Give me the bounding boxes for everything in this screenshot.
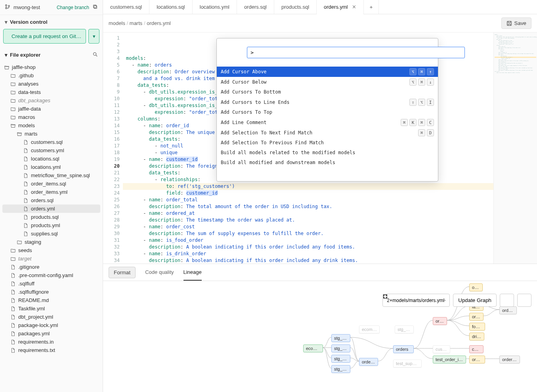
lineage-node[interactable]: drin… <box>469 333 484 340</box>
tree-folder[interactable]: staging <box>2 238 100 246</box>
panel-tab[interactable]: Lineage <box>183 264 202 281</box>
tree-folder[interactable]: marts <box>2 130 100 138</box>
search-icon[interactable] <box>92 52 98 58</box>
file-explorer-header[interactable]: ▾ File explorer <box>0 48 103 62</box>
command-palette-item[interactable]: Build all models related to the modified… <box>217 148 438 158</box>
lineage-node[interactable]: test_order_it… <box>433 356 466 363</box>
file-icon <box>23 156 29 162</box>
tree-folder[interactable]: seeds <box>2 246 100 254</box>
tree-label: README.md <box>18 297 49 303</box>
lineage-node[interactable]: stg_… <box>331 344 350 352</box>
lineage-node[interactable]: ord… <box>469 313 483 321</box>
tree-label: data-tests <box>18 89 41 95</box>
lineage-node[interactable]: orde… <box>359 358 378 366</box>
lineage-node[interactable]: ecom.… <box>303 344 323 352</box>
tree-file[interactable]: orders.sql <box>2 196 100 205</box>
command-palette-item[interactable]: Add Cursors To Top <box>217 107 438 117</box>
lineage-node[interactable]: stg_… <box>331 355 350 363</box>
update-graph-button[interactable]: Update Graph <box>453 294 497 307</box>
create-pr-button[interactable]: Create a pull request on Git… <box>3 29 86 44</box>
tree-folder[interactable]: data-tests <box>2 88 100 96</box>
tree-file[interactable]: package-lock.yml <box>2 321 100 329</box>
lineage-selector-input[interactable] <box>382 294 450 307</box>
tree-file[interactable]: locations.yml <box>2 163 100 171</box>
command-palette-item[interactable]: Add Line Comment⌘K⌘C <box>217 117 438 128</box>
tree-folder[interactable]: macros <box>2 113 100 121</box>
breadcrumb-item[interactable]: marts <box>130 20 143 26</box>
tree-file[interactable]: dbt_project.yml <box>2 313 100 321</box>
change-branch-link[interactable]: Change branch <box>57 5 89 10</box>
lineage-node[interactable]: orders <box>393 345 414 353</box>
close-icon[interactable]: ✕ <box>352 4 356 10</box>
tree-file[interactable]: requirements.txt <box>2 346 100 354</box>
lineage-node[interactable]: cust… <box>433 345 450 353</box>
command-palette-item[interactable]: Build all modified and downstream models <box>217 158 438 168</box>
lineage-node[interactable]: cus… <box>469 345 483 353</box>
editor-tab[interactable]: locations.yml <box>193 0 237 14</box>
version-control-header[interactable]: ▾ Version control <box>0 15 103 29</box>
lineage-node[interactable]: stg_o… <box>331 334 350 342</box>
code-editor[interactable]: 1234567891011121314151617181920212223242… <box>103 33 537 264</box>
command-palette-item[interactable]: Add Selection To Previous Find Match <box>217 138 438 148</box>
lineage-node[interactable]: or… <box>433 317 447 325</box>
lineage-node[interactable]: stg_… <box>331 365 350 373</box>
tree-file[interactable]: packages.yml <box>2 329 100 338</box>
editor-tab[interactable]: orders.sql <box>237 0 274 14</box>
command-palette-item[interactable]: Add Selection To Next Find Match⌘D <box>217 128 438 138</box>
tree-folder[interactable]: .github <box>2 71 100 80</box>
tree-file[interactable]: products.yml <box>2 221 100 229</box>
editor-tab[interactable]: orders.yml✕ <box>317 0 364 14</box>
breadcrumb-item[interactable]: models <box>109 20 125 26</box>
tree-folder[interactable]: analyses <box>2 80 100 88</box>
lineage-node[interactable]: ecom.r… <box>359 325 380 333</box>
tree-file[interactable]: customers.yml <box>2 146 100 155</box>
command-palette-item[interactable]: Add Cursors To Bottom <box>217 87 438 97</box>
lineage-node[interactable]: order_… <box>499 356 520 363</box>
format-button[interactable]: Format <box>109 267 136 278</box>
fullscreen-button[interactable] <box>500 294 514 307</box>
tree-file[interactable]: README.md <box>2 296 100 304</box>
breadcrumb-item[interactable]: orders.yml <box>147 20 171 26</box>
lineage-node[interactable]: stg_c… <box>395 325 414 333</box>
command-palette-item[interactable]: Add Cursor Below⌥⌘↓ <box>217 77 438 87</box>
tree-folder[interactable]: jaffle-data <box>2 105 100 113</box>
tree-file[interactable]: .pre-commit-config.yaml <box>2 271 100 279</box>
tree-file[interactable]: .gitignore <box>2 263 100 271</box>
editor-tab[interactable]: products.sql <box>274 0 317 14</box>
panel-tab[interactable]: Code quality <box>145 264 174 281</box>
lineage-node[interactable]: food… <box>469 323 485 331</box>
copy-icon[interactable] <box>92 4 98 11</box>
tree-folder[interactable]: dbt_packages <box>2 96 100 105</box>
lineage-node[interactable]: test_supply… <box>393 359 422 367</box>
new-tab-button[interactable]: ＋ <box>364 0 379 14</box>
tree-folder[interactable]: target <box>2 254 100 263</box>
tree-file[interactable]: customers.sql <box>2 138 100 146</box>
create-pr-dropdown[interactable]: ▾ <box>88 29 99 44</box>
tree-file[interactable]: requirements.in <box>2 338 100 346</box>
tree-folder[interactable]: models <box>2 121 100 130</box>
command-label: Add Selection To Previous Find Match <box>221 140 431 146</box>
tree-file[interactable]: .sqlfluffignore <box>2 288 100 296</box>
tree-file[interactable]: locations.sql <box>2 155 100 163</box>
lineage-node[interactable]: orde… <box>499 306 517 314</box>
command-palette-item[interactable]: Add Cursor Above⌥⌘↑ <box>217 67 438 77</box>
tree-label: analyses <box>18 81 38 87</box>
editor-tab[interactable]: customers.sql <box>103 0 149 14</box>
tree-file[interactable]: .sqlfluff <box>2 279 100 288</box>
minimap[interactable]: models: - name: orders description: Orde… <box>493 33 537 264</box>
tree-file[interactable]: order_items.sql <box>2 180 100 188</box>
command-palette-input[interactable] <box>247 47 465 58</box>
tree-file[interactable]: orders.yml <box>2 205 100 213</box>
tree-file[interactable]: supplies.sql <box>2 229 100 238</box>
save-button[interactable]: Save <box>501 17 531 29</box>
tree-file[interactable]: products.sql <box>2 213 100 221</box>
lineage-node[interactable]: or… <box>469 283 483 291</box>
editor-tab[interactable]: locations.sql <box>149 0 193 14</box>
tree-file[interactable]: metricflow_time_spine.sql <box>2 171 100 180</box>
lineage-panel[interactable]: ecom.…stg_o…stg_…stg_…stg_…ecom.r…stg_c…… <box>103 281 537 392</box>
tree-file[interactable]: order_items.yml <box>2 188 100 196</box>
refresh-button[interactable] <box>517 294 531 307</box>
lineage-node[interactable]: ord… <box>469 356 485 363</box>
command-palette-item[interactable]: Add Cursors to Line Ends⇧⌥I <box>217 97 438 107</box>
tree-file[interactable]: Taskfile.yml <box>2 304 100 313</box>
